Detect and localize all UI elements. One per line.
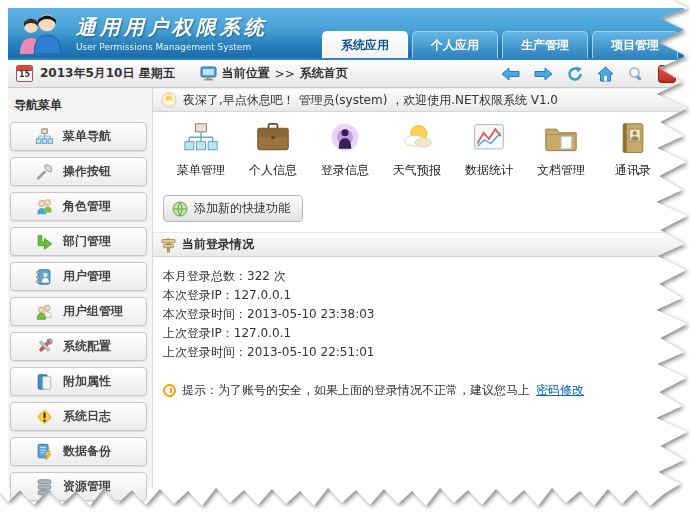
brand-text: 通用用户权限系统 User Permissions Management Sys… (76, 14, 268, 52)
login-row-value: 127.0.0.1 (234, 288, 291, 302)
welcome-bar: 夜深了,早点休息吧！ 管理员(system) ，欢迎使用.NET权限系统 V1.… (153, 88, 684, 112)
login-row-label: 上次登录IP： (163, 326, 234, 340)
toolbar: 15 2013年5月10日 星期五 当前位置 >> 系统首页 (8, 60, 684, 88)
torn-page: 通用用户权限系统 User Permissions Management Sys… (0, 0, 690, 515)
tab-project-mgmt[interactable]: 项目管理 (592, 31, 678, 58)
current-date: 2013年5月10日 星期五 (40, 65, 175, 82)
roles-icon (35, 198, 54, 216)
shortcut-login-info[interactable]: 登录信息 (309, 122, 381, 179)
login-section-title: 当前登录情况 (182, 236, 254, 253)
warning-icon (35, 408, 54, 426)
login-row-label: 上次登录时间： (163, 345, 247, 359)
sidebar: 导航菜单 菜单导航 操作按钮 (8, 88, 153, 488)
sidebar-item-user-mgmt[interactable]: 用户管理 (10, 262, 147, 291)
app-window: 通用用户权限系统 User Permissions Management Sys… (8, 8, 684, 490)
login-row-label: 本次登录IP： (163, 288, 234, 302)
home-icon[interactable] (597, 66, 614, 82)
shortcut-data-stats[interactable]: 数据统计 (453, 122, 525, 179)
backup-icon (35, 443, 54, 461)
body-region: 导航菜单 菜单导航 操作按钮 (8, 88, 684, 488)
forward-icon[interactable] (534, 67, 553, 81)
shortcut-label: 文档管理 (537, 162, 585, 179)
user-group-icon (35, 303, 54, 321)
wrench-icon (35, 163, 54, 181)
sidebar-item-label: 操作按钮 (63, 163, 111, 180)
login-row-value: 2013-05-10 23:38:03 (247, 307, 374, 321)
database-icon (35, 478, 54, 496)
sidebar-item-user-group-mgmt[interactable]: 用户组管理 (10, 297, 147, 326)
sidebar-item-label: 系统日志 (63, 408, 111, 425)
login-section-bar: 当前登录情况 (153, 233, 684, 257)
shortcut-menu-mgmt[interactable]: 菜单管理 (165, 122, 237, 179)
users-avatar-icon (14, 12, 66, 54)
sidebar-item-label: 用户管理 (63, 268, 111, 285)
sidebar-item-label: 系统配置 (63, 338, 111, 355)
calendar-day: 15 (17, 70, 32, 81)
welcome-message: 夜深了,早点休息吧！ 管理员(system) ，欢迎使用.NET权限系统 V1.… (183, 92, 558, 109)
shortcut-label: 数据统计 (465, 162, 513, 179)
torn-page-shadow: 通用用户权限系统 User Permissions Management Sys… (0, 0, 690, 515)
login-row-value: 2013-05-10 22:51:01 (247, 345, 374, 359)
shortcut-label: 登录信息 (321, 162, 369, 179)
login-row-label: 本月登录总数： (163, 269, 247, 283)
tools-icon (35, 338, 54, 356)
logout-icon[interactable] (658, 65, 676, 83)
toolbar-nav-icons (501, 65, 676, 83)
breadcrumb-page[interactable]: 系统首页 (300, 65, 348, 82)
sidebar-item-resource-mgmt[interactable]: 资源管理 (10, 472, 147, 501)
weather-icon (399, 122, 435, 156)
user-book-icon (35, 268, 54, 286)
search-icon[interactable] (628, 66, 644, 82)
app-subtitle: User Permissions Management System (76, 42, 268, 52)
notebook-icon (35, 373, 54, 391)
login-row-value: 127.0.0.1 (234, 326, 291, 340)
change-password-link[interactable]: 密码修改 (536, 382, 584, 399)
sidebar-item-menu-nav[interactable]: 菜单导航 (10, 122, 147, 151)
sidebar-item-label: 菜单导航 (63, 128, 111, 145)
top-tabs: 系统应用 个人应用 生产管理 项目管理 (318, 31, 678, 58)
sidebar-item-extra-attributes[interactable]: 附加属性 (10, 367, 147, 396)
app-title: 通用用户权限系统 (76, 14, 268, 41)
add-shortcut-button[interactable]: 添加新的快捷功能 (163, 195, 303, 222)
sidebar-item-label: 附加属性 (63, 373, 111, 390)
shortcut-grid: 菜单管理 个人信息 (153, 112, 684, 185)
tab-system-apps[interactable]: 系统应用 (322, 31, 408, 58)
sidebar-item-system-logs[interactable]: 系统日志 (10, 402, 147, 431)
sidebar-item-data-backup[interactable]: 数据备份 (10, 437, 147, 466)
monitor-icon (200, 66, 217, 81)
add-shortcut-row: 添加新的快捷功能 (153, 185, 684, 233)
sidebar-item-label: 部门管理 (63, 233, 111, 250)
tab-production-mgmt[interactable]: 生产管理 (502, 31, 588, 58)
greeting-weather-icon (161, 92, 177, 108)
sidebar-item-department-mgmt[interactable]: 部门管理 (10, 227, 147, 256)
refresh-icon[interactable] (567, 66, 583, 82)
shortcut-contacts[interactable]: 通讯录 (597, 122, 669, 179)
breadcrumb-separator: >> (275, 67, 295, 81)
login-row-last-ip: 上次登录IP：127.0.0.1 (163, 324, 684, 343)
sidebar-item-action-buttons[interactable]: 操作按钮 (10, 157, 147, 186)
folder-icon (543, 122, 579, 156)
sidebar-item-system-config[interactable]: 系统配置 (10, 332, 147, 361)
sidebar-item-label: 数据备份 (63, 443, 111, 460)
back-icon[interactable] (501, 67, 520, 81)
shortcut-weather[interactable]: 天气预报 (381, 122, 453, 179)
shortcut-label: 通讯录 (615, 162, 651, 179)
shortcut-label: 菜单管理 (177, 162, 225, 179)
brand: 通用用户权限系统 User Permissions Management Sys… (14, 12, 268, 54)
sidebar-item-role-mgmt[interactable]: 角色管理 (10, 192, 147, 221)
tip-text: 提示：为了账号的安全，如果上面的登录情况不正常，建议您马上 (182, 382, 530, 399)
tab-personal-apps[interactable]: 个人应用 (412, 31, 498, 58)
shortcut-document-mgmt[interactable]: 文档管理 (525, 122, 597, 179)
shortcut-personal-info[interactable]: 个人信息 (237, 122, 309, 179)
screenshot-stage: 通用用户权限系统 User Permissions Management Sys… (0, 0, 690, 515)
sidebar-item-label: 用户组管理 (63, 303, 123, 320)
sidebar-item-label: 角色管理 (63, 198, 111, 215)
app-header: 通用用户权限系统 User Permissions Management Sys… (8, 8, 684, 60)
login-row-month-total: 本月登录总数：322 次 (163, 267, 684, 286)
tip-warning-icon (163, 384, 176, 397)
sidebar-item-label: 资源管理 (63, 478, 111, 495)
briefcase-icon (255, 122, 291, 156)
login-row-value: 322 次 (247, 269, 286, 283)
org-chart-icon (35, 128, 54, 146)
login-row-label: 本次登录时间： (163, 307, 247, 321)
